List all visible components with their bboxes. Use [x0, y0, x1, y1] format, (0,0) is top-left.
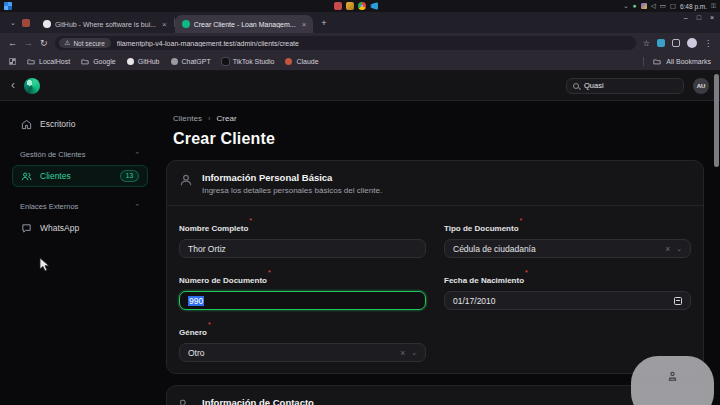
bookmark-star-icon[interactable]: ☆: [643, 39, 650, 48]
tipo-documento-select[interactable]: Cédula de ciudadanía × ⌄: [444, 239, 691, 258]
camera-overlay-bubble[interactable]: [631, 356, 714, 405]
sidebar-group-enlaces[interactable]: Enlaces Externos ⌃: [20, 202, 140, 211]
sidebar-group-gestion[interactable]: Gestión de Clientes ⌃: [20, 150, 140, 159]
app-topbar: ‹ Quasi AU: [0, 71, 720, 101]
extensions-puzzle-icon[interactable]: [672, 39, 680, 47]
bookmark-tiktok-studio[interactable]: TikTok Studio: [222, 58, 275, 65]
tab-search-icon[interactable]: ⌄: [6, 19, 20, 27]
browser-toolbar: ← → ↻ ⚠ Not secure filamentphp-v4-loan-m…: [0, 33, 720, 53]
global-search-input[interactable]: Quasi: [566, 78, 684, 94]
mic-icon[interactable]: ●: [633, 3, 637, 10]
taskbar-app-icon[interactable]: [334, 2, 342, 10]
tab-title: GitHub - Where software is bui...: [55, 21, 156, 28]
clientes-count-badge: 13: [120, 170, 139, 182]
presenter-icon: [666, 370, 679, 383]
toolbar-icons: ☆ ⋮: [643, 38, 712, 48]
tiktok-icon: [222, 58, 229, 65]
app-body: Escritorio Gestión de Clientes ⌃ Cliente…: [0, 101, 720, 405]
tray-chevron-icon[interactable]: ⌄: [623, 3, 628, 10]
bookmark-claude[interactable]: Claude: [285, 58, 318, 65]
folder-tray-icon[interactable]: ▭: [660, 3, 666, 10]
notification-bell-icon[interactable]: ⚿: [711, 3, 716, 10]
apps-grid-icon[interactable]: [9, 58, 16, 65]
clear-icon[interactable]: ×: [400, 348, 405, 358]
field-numero-documento: Número de Documento* 990: [179, 269, 426, 310]
taskbar-clock[interactable]: 6:48 p.m.: [680, 3, 707, 10]
folder-app-icon[interactable]: [346, 2, 354, 10]
screen-capture-icon[interactable]: [641, 3, 647, 9]
browser-tab-strip: ⌄ GitHub - Where software is bui... × Cr…: [0, 12, 720, 33]
maximize-button[interactable]: □: [697, 14, 701, 21]
system-tray: ⌄ ● ◁ ▭ ▢ 6:48 p.m. ⚿: [623, 3, 716, 10]
github-icon: [127, 58, 134, 65]
app-logo[interactable]: [24, 78, 40, 94]
nombre-completo-input[interactable]: Thor Ortiz: [179, 239, 426, 258]
os-taskbar: ⌄ ● ◁ ▭ ▢ 6:48 p.m. ⚿: [0, 0, 720, 12]
bookmark-github[interactable]: GitHub: [127, 58, 160, 65]
filament-app: ‹ Quasi AU Escritorio Gestión de Cliente…: [0, 71, 720, 405]
required-marker: *: [268, 269, 271, 276]
windows-start-icon[interactable]: [4, 2, 12, 10]
home-icon: [21, 119, 32, 130]
form-grid: Nombre Completo* Thor Ortiz Tipo de Docu…: [179, 217, 691, 362]
page-title: Crear Cliente: [173, 130, 704, 148]
numero-documento-input[interactable]: 990: [179, 291, 426, 310]
chatgpt-icon: [171, 58, 178, 65]
forward-button[interactable]: →: [24, 39, 33, 48]
address-bar[interactable]: ⚠ Not secure filamentphp-v4-loan-managem…: [55, 36, 636, 50]
minimize-button[interactable]: –: [684, 14, 688, 21]
chat-bubble-icon: [21, 223, 32, 234]
sidebar: Escritorio Gestión de Clientes ⌃ Cliente…: [0, 101, 160, 405]
chevron-down-icon[interactable]: ⌄: [676, 245, 682, 253]
browser-menu-icon[interactable]: ⋮: [704, 39, 712, 48]
close-window-button[interactable]: ×: [710, 14, 714, 21]
extension-icon[interactable]: [657, 39, 665, 47]
phone-icon: [179, 398, 193, 405]
speaker-icon[interactable]: ◁: [651, 3, 656, 10]
genero-select[interactable]: Otro × ⌄: [179, 343, 426, 362]
calendar-icon[interactable]: [674, 297, 682, 305]
chevron-up-icon: ⌃: [134, 203, 140, 211]
required-marker: *: [520, 217, 523, 224]
chevron-down-icon[interactable]: ⌄: [411, 349, 417, 357]
security-chip[interactable]: ⚠ Not secure: [59, 38, 111, 48]
vscode-icon[interactable]: [370, 2, 378, 10]
window-tray-icon[interactable]: ▢: [670, 3, 676, 10]
sidebar-item-whatsapp[interactable]: WhatsApp: [12, 217, 148, 239]
sidebar-collapse-icon[interactable]: ‹: [11, 79, 15, 91]
required-marker: *: [525, 269, 528, 276]
chrome-icon[interactable]: [358, 2, 366, 10]
pinned-tab-icon[interactable]: [22, 19, 30, 27]
section-header: Información Personal Básica Ingresa los …: [179, 172, 691, 195]
tab-github[interactable]: GitHub - Where software is bui... ×: [36, 15, 174, 33]
bookmark-localhost[interactable]: LocalHost: [27, 58, 70, 65]
new-tab-button[interactable]: +: [313, 18, 334, 28]
section-title: Información Personal Básica: [202, 172, 382, 183]
breadcrumb: Clientes › Crear: [173, 114, 704, 123]
url-text: filamentphp-v4-loan-management.test/admi…: [117, 40, 299, 47]
bookmarks-separator: [643, 57, 644, 66]
sidebar-item-clientes[interactable]: Clientes 13: [12, 165, 148, 187]
tab-crear-cliente[interactable]: Crear Cliente - Loan Managem... ×: [175, 15, 314, 33]
fecha-nacimiento-input[interactable]: 01/17/2010: [444, 291, 691, 310]
folder-icon: [27, 58, 35, 65]
tab-close-icon[interactable]: ×: [162, 20, 167, 29]
tab-close-icon[interactable]: ×: [302, 20, 307, 29]
bookmark-chatgpt[interactable]: ChatGPT: [171, 58, 211, 65]
section-subtitle: Ingresa los detalles personales básicos …: [202, 186, 382, 195]
profile-avatar[interactable]: [687, 38, 697, 48]
folder-icon: [653, 58, 661, 65]
page-scrollbar[interactable]: [714, 74, 719, 167]
bookmark-google[interactable]: Google: [81, 58, 116, 65]
search-value: Quasi: [584, 81, 604, 90]
reload-button[interactable]: ↻: [40, 39, 48, 48]
clear-icon[interactable]: ×: [665, 244, 670, 254]
window-controls: – □ ×: [684, 14, 714, 21]
breadcrumb-clientes[interactable]: Clientes: [173, 114, 202, 123]
back-button[interactable]: ←: [8, 39, 17, 48]
section-header: Información de Contacto Proporcione los …: [179, 397, 691, 405]
user-avatar[interactable]: AU: [693, 78, 709, 94]
all-bookmarks[interactable]: All Bookmarks: [643, 57, 711, 66]
main-content: Clientes › Crear Crear Cliente Informaci…: [160, 101, 720, 405]
sidebar-item-escritorio[interactable]: Escritorio: [12, 113, 148, 135]
